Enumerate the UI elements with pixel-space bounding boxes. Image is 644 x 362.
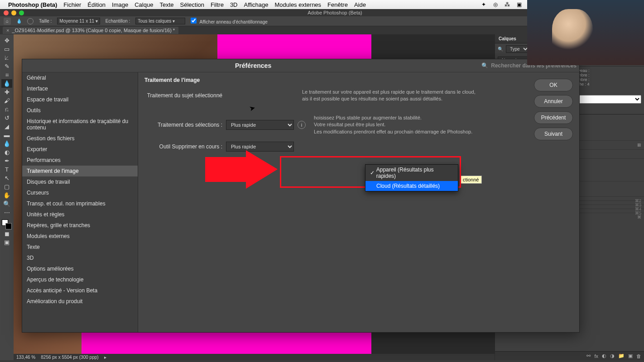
menu-modules[interactable]: Modules externes — [274, 1, 321, 8]
ok-button[interactable]: OK — [534, 79, 573, 91]
next-button[interactable]: Suivant — [534, 128, 573, 140]
dodge-tool[interactable]: ◐ — [1, 148, 12, 157]
pref-cat-plugins[interactable]: Modules externes — [22, 231, 138, 242]
history-brush-tool[interactable]: ↺ — [1, 114, 12, 122]
crop-tool[interactable]: ⌗ — [1, 71, 12, 79]
dropdown-option-cloud[interactable]: Cloud (Résultats détaillés) — [365, 181, 458, 191]
menu-calque[interactable]: Calque — [135, 1, 153, 8]
menu-fichier[interactable]: Fichier — [63, 1, 81, 8]
pen-tool[interactable]: ✒ — [1, 157, 12, 165]
screen-mode-tool[interactable]: ▣ — [1, 238, 12, 247]
doc-info-readout[interactable]: 8256 px x 5504 px (300 ppp) — [41, 355, 98, 360]
menu-filtre[interactable]: Filtre — [211, 1, 224, 8]
menu-selection[interactable]: Sélection — [180, 1, 204, 8]
mask-icon[interactable]: ◐ — [602, 353, 606, 359]
sample-ring-icon — [27, 18, 34, 24]
marquee-tool[interactable]: ▭ — [1, 45, 12, 53]
status-icon[interactable]: ◎ — [492, 1, 499, 8]
new-layer-icon[interactable]: ▣ — [628, 353, 633, 359]
quick-mask-tool[interactable]: ◼ — [1, 229, 12, 238]
type-tool[interactable]: T — [1, 165, 12, 174]
pref-cat-beta[interactable]: Accès anticipé - Version Beta — [22, 285, 138, 296]
color-swatches[interactable] — [2, 219, 12, 229]
tab-close-icon[interactable]: × — [6, 28, 9, 33]
hand-tool[interactable]: ✋ — [1, 191, 12, 200]
pref-cat-product[interactable]: Amélioration du produit — [22, 296, 138, 307]
path-select-tool[interactable]: ↖ — [1, 174, 12, 182]
pref-cat-tools[interactable]: Outils — [22, 105, 138, 116]
pref-cat-units[interactable]: Unités et règles — [22, 209, 138, 220]
info-icon[interactable]: i — [298, 121, 306, 129]
pref-cat-cursors[interactable]: Curseurs — [22, 187, 138, 198]
gradient-tool[interactable]: ▬ — [1, 131, 12, 139]
minimize-button[interactable] — [11, 10, 16, 15]
search-icon[interactable]: 🔍 — [498, 47, 503, 52]
eraser-tool[interactable]: ◢ — [1, 122, 12, 131]
menu-image[interactable]: Image — [112, 1, 128, 8]
pref-cat-general[interactable]: Général — [22, 72, 138, 83]
pref-cat-type[interactable]: Texte — [22, 242, 138, 252]
eyedropper-tool[interactable]: 💧 — [1, 79, 12, 88]
app-name[interactable]: Photoshop (Beta) — [8, 1, 57, 8]
zoom-readout[interactable]: 133,46 % — [16, 355, 35, 360]
healing-tool[interactable]: ✚ — [1, 88, 12, 96]
menu-fenetre[interactable]: Fenêtre — [327, 1, 348, 8]
brush-tool[interactable]: 🖌 — [1, 96, 12, 105]
search-icon: 🔍 — [481, 62, 488, 69]
status-icon[interactable]: ▣ — [515, 1, 523, 8]
echantillon-select[interactable]: Tous les calques ▾ — [135, 18, 185, 24]
edit-toolbar[interactable]: ⋯ — [1, 208, 12, 217]
pref-cat-techpreview[interactable]: Aperçus de technologie — [22, 274, 138, 285]
pref-cat-interface[interactable]: Interface — [22, 83, 138, 94]
adjustment-icon[interactable]: ◑ — [610, 353, 615, 359]
pref-cat-image-processing[interactable]: Traitement de l'image — [22, 166, 138, 176]
doc-info-chevron[interactable]: ▸ — [104, 355, 106, 360]
lasso-tool[interactable]: ⟀ — [1, 53, 12, 62]
menu-3d[interactable]: 3D — [230, 1, 238, 8]
trash-icon[interactable]: 🗑 — [636, 353, 641, 359]
link-icon[interactable]: ⚯ — [586, 353, 591, 359]
status-icon[interactable]: ⁂ — [504, 1, 511, 8]
taille-select[interactable]: Moyenne 11 x 11 ▾ — [57, 18, 100, 24]
pref-cat-workspace[interactable]: Espace de travail — [22, 94, 138, 105]
grid-icon[interactable]: ▦ — [637, 143, 641, 147]
eyedropper-tool-icon[interactable]: 💧 — [16, 19, 22, 24]
pref-cat-3d[interactable]: 3D — [22, 252, 138, 263]
document-tab[interactable]: ×_OZ91461-Modifier.psd @ 133% (Calque 0 … — [3, 27, 178, 34]
show-ring-checkbox[interactable]: Afficher anneau d'échantillonnage — [191, 18, 267, 24]
pref-cat-filehandling[interactable]: Gestion des fichiers — [22, 133, 138, 144]
menu-affichage[interactable]: Affichage — [244, 1, 269, 8]
zoom-tool[interactable]: 🔍 — [1, 200, 12, 208]
status-bar: 133,46 % 8256 px x 5504 px (300 ppp) ▸ — [14, 354, 495, 360]
clone-tool[interactable]: ⎌ — [1, 105, 12, 114]
layer-filter-select[interactable]: Type — [506, 45, 529, 53]
pref-cat-scratch[interactable]: Disques de travail — [22, 176, 138, 187]
move-tool[interactable]: ✥ — [1, 36, 12, 45]
tooltip: ctionné — [460, 176, 482, 184]
pref-cat-export[interactable]: Exporter — [22, 144, 138, 155]
quick-select-tool[interactable]: ✎ — [1, 62, 12, 71]
menu-aide[interactable]: Aide — [354, 1, 366, 8]
status-icon[interactable]: ✦ — [480, 1, 487, 8]
menu-texte[interactable]: Texte — [159, 1, 173, 8]
home-icon[interactable]: ⌂ — [4, 18, 11, 25]
preferences-sidebar: Général Interface Espace de travail Outi… — [22, 72, 138, 332]
fx-icon[interactable]: fx — [594, 353, 598, 359]
blur-tool[interactable]: 💧 — [1, 139, 12, 148]
rectangle-tool[interactable]: ▢ — [1, 182, 12, 191]
maximize-button[interactable] — [19, 10, 24, 15]
dropdown-option-device[interactable]: ✓Appareil (Résultats plus rapides) — [365, 165, 458, 181]
close-button[interactable] — [4, 10, 9, 15]
pref-cat-enhanced[interactable]: Options améliorées — [22, 263, 138, 274]
menu-edition[interactable]: Édition — [87, 1, 106, 8]
pref-cat-guides[interactable]: Repères, grille et tranches — [22, 220, 138, 231]
remove-tool-select[interactable]: Plus rapide — [226, 142, 294, 152]
cancel-button[interactable]: Annuler — [534, 95, 573, 108]
pref-cat-transparency[interactable]: Transp. et coul. non imprimables — [22, 198, 138, 209]
pref-cat-performance[interactable]: Performances — [22, 155, 138, 166]
selection-processing-select[interactable]: Plus rapide — [226, 120, 294, 130]
pref-cat-history[interactable]: Historique et informations de traçabilit… — [22, 116, 138, 133]
folder-icon[interactable]: 📁 — [618, 353, 625, 359]
selection-processing-row: Traitement des sélections : Plus rapide … — [144, 114, 528, 135]
previous-button[interactable]: Précédent — [534, 111, 573, 124]
